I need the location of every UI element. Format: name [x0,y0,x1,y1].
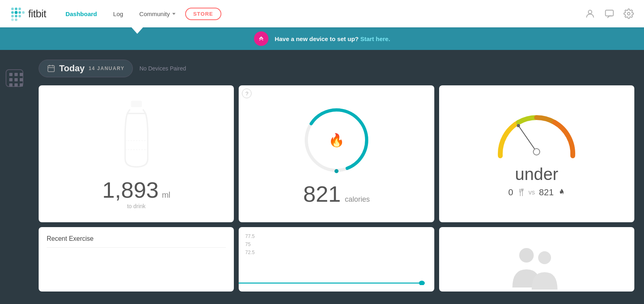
gauge-label: under [515,165,558,184]
grid-cell [14,83,18,87]
grid-cell [9,78,12,81]
nav-active-arrow [131,27,144,34]
chart-label-75: 75 [245,242,427,247]
fitbit-logo-icon [10,6,25,21]
svg-rect-19 [131,101,142,107]
top-cards-grid: 1,893 ml to drink ? [39,85,634,222]
calories-ring: 🔥 [300,104,373,176]
friends-silhouette-icon [500,243,573,292]
water-unit: ml [162,190,170,200]
fork-knife-icon [517,188,524,197]
flame-icon: 🔥 [328,132,345,148]
friends-card[interactable] [439,227,634,292]
store-button[interactable]: STORE [185,8,221,20]
svg-point-2 [19,8,21,10]
top-nav: fitbit Dashboard Log Community STORE [0,0,644,27]
chart-label-775: 77.5 [245,234,427,239]
svg-point-7 [11,15,14,17]
nav-log[interactable]: Log [107,7,130,21]
today-label: Today [59,63,85,74]
nav-community[interactable]: Community [133,7,182,21]
water-card[interactable]: 1,893 ml to drink [39,85,234,222]
layout: Today 14 JANUARY No Devices Paired [0,60,644,301]
chart-line-area [239,261,434,285]
gauge-card[interactable]: under 0 vs 821 [439,85,634,222]
messages-icon[interactable] [604,8,615,19]
calendar-icon [47,64,55,72]
dashboard-content: Today 14 JANUARY No Devices Paired [29,60,644,301]
grid-cell [20,83,23,87]
svg-rect-13 [605,10,613,16]
exercise-card-title: Recent Exercise [47,235,226,248]
burn-value: 821 [539,187,554,198]
svg-point-35 [419,281,425,285]
svg-point-9 [19,15,21,17]
svg-line-25 [518,126,537,152]
sidebar [0,60,29,301]
svg-point-5 [19,11,21,14]
food-value: 0 [508,187,513,198]
nav-right-icons [584,8,634,19]
date-bar: Today 14 JANUARY No Devices Paired [39,60,634,77]
main-content: Today 14 JANUARY No Devices Paired [0,50,644,304]
water-label: to drink [127,203,146,209]
date-full: 14 JANUARY [89,66,124,71]
calories-value: 821 [303,183,341,205]
svg-point-12 [588,10,592,14]
svg-point-37 [538,251,551,264]
date-selector[interactable]: Today 14 JANUARY [39,60,133,77]
nav-dashboard[interactable]: Dashboard [59,7,103,21]
svg-point-1 [15,8,17,10]
grid-cell [20,73,23,76]
logo-area: fitbit [10,6,46,21]
calories-card[interactable]: ? 🔥 821 calori [239,85,434,222]
svg-rect-15 [48,66,54,72]
svg-point-3 [11,11,14,14]
svg-point-14 [627,12,630,15]
water-value: 1,893 [102,179,159,201]
grid-cell [20,78,23,81]
gauge-svg [492,112,581,160]
gauge-stats: 0 vs 821 [508,187,565,198]
settings-icon[interactable] [623,8,634,19]
burn-flame-icon [558,188,565,197]
calories-value-group: 821 calories [303,183,369,205]
water-bottle-icon [118,100,155,172]
svg-point-27 [517,124,520,127]
svg-point-10 [11,19,14,21]
banner-link[interactable]: Start here. [360,35,390,42]
svg-point-8 [15,15,17,17]
grid-cell [9,73,12,76]
banner-message: Have a new device to set up? Start here. [275,35,390,42]
widget-grid-button[interactable] [6,69,23,87]
svg-point-0 [11,8,14,10]
community-chevron-icon [172,13,175,15]
chart-area: 77.5 75 72.5 [239,234,434,258]
vs-label: vs [528,189,535,196]
chart-label-725: 72.5 [245,250,427,255]
svg-point-26 [533,149,540,155]
water-value-group: 1,893 ml [102,179,170,201]
no-devices-label: No Devices Paired [139,65,186,72]
setup-banner: Have a new device to set up? Start here. [0,27,644,50]
svg-point-4 [14,11,18,14]
weight-chart-card[interactable]: 77.5 75 72.5 [239,227,434,292]
recent-exercise-card[interactable]: Recent Exercise [39,227,234,292]
nav-links: Dashboard Log Community STORE [59,7,584,21]
svg-point-11 [15,19,17,21]
logo-text: fitbit [28,8,46,20]
bottom-cards-grid: Recent Exercise 77.5 75 72.5 [39,227,634,292]
grid-cell [14,73,18,76]
profile-icon[interactable] [584,8,596,19]
gauge-visual [492,112,581,160]
svg-point-6 [22,11,25,14]
help-icon[interactable]: ? [242,89,252,98]
banner-device-icon [254,31,268,46]
grid-cell [9,83,12,87]
svg-point-36 [519,248,534,263]
grid-cell [14,78,18,81]
calories-unit: calories [345,195,370,204]
chart-svg [239,261,434,285]
svg-point-24 [334,169,339,173]
